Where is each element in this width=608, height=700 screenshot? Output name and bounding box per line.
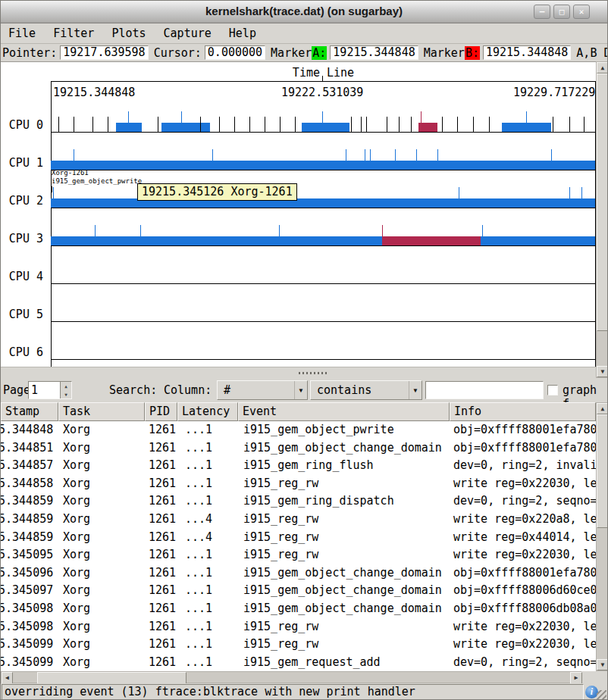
event-tick	[346, 149, 346, 161]
cpu-track-0[interactable]	[51, 102, 595, 133]
table-cell: i915_gem_object_change_domain	[238, 439, 450, 458]
table-row[interactable]: 5.344859Xorg1261...4i915_reg_rwwrite reg…	[1, 529, 596, 547]
table-cell: Xorg	[58, 457, 145, 475]
axis-label-mid: 19222.531039	[281, 86, 363, 99]
hscrollbar-thumb[interactable]	[37, 672, 186, 684]
titlebar[interactable]: kernelshark(trace.dat) (on sugarbay) – □…	[1, 1, 607, 23]
close-button[interactable]: ✕	[573, 5, 590, 19]
cpu-track-5[interactable]	[51, 291, 595, 322]
menu-file[interactable]: File	[3, 23, 41, 43]
table-row[interactable]: 5.344848Xorg1261...1i915_gem_object_pwri…	[1, 421, 596, 439]
cpu-bar-segment	[418, 123, 437, 132]
event-tick	[421, 111, 422, 123]
event-tick	[569, 187, 570, 198]
table-row[interactable]: 5.344859Xorg1261...1i915_gem_ring_dispat…	[1, 492, 596, 511]
table-row[interactable]: 5.345098Xorg1261...1i915_reg_rwwrite reg…	[1, 618, 596, 636]
header-task[interactable]: Task	[58, 402, 145, 421]
table-scrollbar-thumb[interactable]	[597, 414, 608, 528]
hover-task-label: Xorg-1261	[52, 169, 89, 177]
table-cell: Xorg	[58, 511, 145, 529]
header-latency[interactable]: Latency	[177, 402, 238, 421]
search-input[interactable]	[425, 381, 544, 399]
event-tick	[322, 111, 323, 123]
table-cell: 5.344859	[1, 492, 58, 511]
time-axis	[51, 81, 596, 82]
table-row[interactable]: 5.345096Xorg1261...1i915_gem_object_chan…	[1, 564, 596, 583]
table-cell: obj=0xffff88006d60ce0	[450, 582, 596, 600]
event-tick	[140, 225, 141, 236]
header-info[interactable]: Info	[450, 402, 596, 421]
event-tick	[584, 117, 584, 132]
minimize-button[interactable]: –	[534, 5, 550, 19]
table-row[interactable]: 5.345099Xorg1261...1i915_reg_rwwrite reg…	[1, 636, 596, 654]
pane-splitter[interactable]	[1, 367, 596, 378]
table-cell: ...1	[177, 475, 238, 493]
cpu-label: CPU 0	[1, 118, 43, 132]
table-row[interactable]: 5.345098Xorg1261...1i915_gem_object_chan…	[1, 600, 596, 618]
scroll-up-icon[interactable]: ▲	[597, 403, 608, 414]
menu-plots[interactable]: Plots	[106, 23, 151, 43]
menu-filter[interactable]: Filter	[48, 23, 99, 43]
table-cell: 1261	[145, 546, 177, 564]
graph-follows-checkbox[interactable]	[547, 385, 558, 395]
table-row[interactable]: 5.344859Xorg1261...4i915_reg_rwwrite reg…	[1, 511, 596, 529]
table-cell: 1261	[145, 439, 177, 458]
timeline-title: Time Line	[51, 66, 596, 80]
window-title: kernelshark(trace.dat) (on sugarbay)	[1, 5, 607, 17]
table-vertical-scrollbar[interactable]: ▲ ▼	[596, 402, 608, 671]
spin-down-icon[interactable]: ▼	[61, 390, 71, 398]
column-label: Column:	[164, 383, 212, 397]
window-resize-grip[interactable]	[597, 690, 606, 700]
scroll-down-icon[interactable]: ▼	[597, 659, 608, 670]
page-spin-buttons[interactable]: ▲ ▼	[60, 382, 71, 398]
cpu-track-3[interactable]	[51, 215, 595, 246]
scroll-up-icon[interactable]: ▲	[597, 62, 608, 73]
spin-up-icon[interactable]: ▲	[61, 382, 71, 390]
page-label: Page	[3, 383, 30, 397]
table-row[interactable]: 5.344858Xorg1261...1i915_reg_rwwrite reg…	[1, 475, 596, 493]
page-spinner[interactable]: 1 ▲ ▼	[28, 381, 72, 399]
table-cell: ...1	[177, 654, 238, 671]
event-tick	[279, 225, 280, 236]
chevron-down-icon[interactable]: ▼	[409, 381, 422, 399]
cpu-track-6[interactable]	[51, 329, 595, 360]
graph-vertical-scrollbar[interactable]: ▲ ▼	[596, 61, 608, 378]
chevron-down-icon[interactable]: ▼	[294, 381, 307, 399]
statusbar: overriding event (13) ftrace:blktrace wi…	[1, 683, 607, 700]
event-table: 5.344848Xorg1261...1i915_gem_object_pwri…	[1, 421, 596, 671]
table-cell: ...1	[177, 457, 238, 475]
table-row[interactable]: 5.344851Xorg1261...1i915_gem_object_chan…	[1, 439, 596, 458]
cpu-track-4[interactable]	[51, 253, 595, 284]
menu-capture[interactable]: Capture	[158, 23, 217, 43]
table-row[interactable]: 5.345097Xorg1261...1i915_gem_object_chan…	[1, 582, 596, 600]
table-cell: i915_gem_ring_dispatch	[238, 492, 450, 511]
scroll-down-icon[interactable]: ▼	[597, 366, 608, 377]
table-cell: ...1	[177, 439, 238, 458]
table-row[interactable]: 5.344857Xorg1261...1i915_gem_ring_flushd…	[1, 457, 596, 475]
pane-resize-handle[interactable]	[299, 372, 328, 374]
event-tick	[74, 117, 74, 132]
table-row[interactable]: 5.345099Xorg1261...1i915_gem_request_add…	[1, 654, 596, 671]
table-row[interactable]: 5.345095Xorg1261...1i915_reg_rwwrite reg…	[1, 546, 596, 564]
table-cell: i915_gem_request_add	[238, 654, 450, 671]
cpu-bar-segment	[51, 198, 595, 208]
timeline-graph[interactable]: Time Line 19215.344848 19222.531039 1922…	[1, 61, 596, 367]
header-stamp[interactable]: Stamp	[1, 402, 58, 421]
graph-scrollbar-thumb[interactable]	[597, 73, 608, 331]
scroll-right-icon[interactable]: ▶	[570, 672, 582, 684]
table-cell: 1261	[145, 618, 177, 636]
cpu-track-1[interactable]	[51, 139, 595, 170]
event-tick	[280, 117, 280, 132]
cpu-bar-segment	[502, 123, 551, 132]
match-select[interactable]: contains ▼	[310, 380, 422, 400]
maximize-button[interactable]: □	[553, 5, 570, 19]
menu-help[interactable]: Help	[224, 23, 262, 43]
table-horizontal-scrollbar[interactable]: ◀ ▶	[1, 671, 581, 683]
column-select[interactable]: # ▼	[217, 380, 308, 400]
scroll-left-icon[interactable]: ◀	[2, 672, 13, 684]
app-window: kernelshark(trace.dat) (on sugarbay) – □…	[0, 0, 608, 700]
event-tick	[265, 117, 265, 132]
table-cell: write reg=0x22030, le	[450, 636, 596, 654]
header-pid[interactable]: PID	[145, 402, 177, 421]
header-event[interactable]: Event	[238, 402, 450, 421]
